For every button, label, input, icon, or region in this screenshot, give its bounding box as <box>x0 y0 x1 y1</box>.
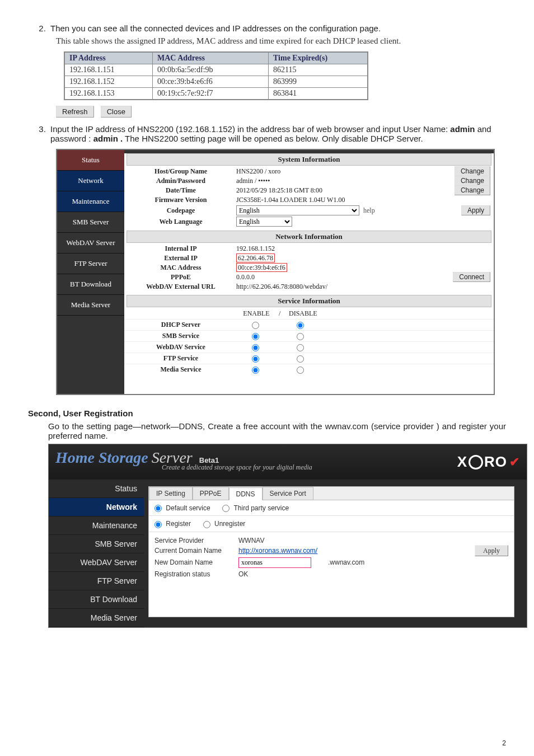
doc-step-2: Then you can see all the connected devic… <box>48 24 506 118</box>
table-row: 192.168.1.151 00:0b:6a:5e:df:9b 862115 <box>64 64 368 76</box>
codepage-select[interactable]: English <box>236 205 359 215</box>
sidebar-item-ftp[interactable]: FTP Server <box>57 253 124 274</box>
register-radio[interactable]: Register <box>154 520 191 528</box>
page-number: 2 <box>502 739 506 747</box>
apply-codepage-button[interactable]: Apply <box>461 205 490 215</box>
nav-status[interactable]: Status <box>49 480 144 498</box>
ddns-panel: IP Setting PPPoE DDNS Service Port Defau… <box>148 486 514 617</box>
value-service-provider: WWNAV <box>238 537 264 544</box>
nav-bt[interactable]: BT Download <box>49 590 144 609</box>
label-datetime: Date/Time <box>128 186 234 195</box>
nav-webdav[interactable]: WebDAV Server <box>49 553 144 572</box>
col-mac: MAC Address <box>153 52 269 64</box>
label-codepage: Codepage <box>128 206 234 215</box>
value-datetime: 2012/05/29 18:25:18 GMT 8:00 <box>234 186 446 195</box>
service-smb: SMB Service <box>124 330 494 341</box>
nav-media[interactable]: Media Server <box>49 609 144 627</box>
table-row: 192.168.1.152 00:ce:39:b4:e6:f6 863999 <box>64 76 368 88</box>
service-ftp: FTP Service <box>124 353 494 364</box>
new-domain-input[interactable] <box>238 557 311 568</box>
connect-button[interactable]: Connect <box>453 272 490 282</box>
step2-text: Then you can see all the connected devic… <box>50 24 506 33</box>
media-disable-radio[interactable] <box>297 367 304 374</box>
dhcp-lease-table: IP Address MAC Address Time Expired(s) 1… <box>64 51 368 100</box>
service-webdav: WebDAV Service <box>124 341 494 353</box>
webdav-enable-radio[interactable] <box>252 344 259 351</box>
sidebar: Status Network Maintenance SMB Server We… <box>57 150 124 316</box>
domain-suffix: .wwnav.com <box>328 558 364 566</box>
sidebar-item-smb[interactable]: SMB Server <box>57 212 124 233</box>
dhcp-disable-radio[interactable] <box>297 322 304 329</box>
xoro-logo: XRO✔ <box>457 453 520 471</box>
nav-network[interactable]: Network <box>49 498 144 516</box>
media-enable-radio[interactable] <box>252 367 259 374</box>
network-tabs: IP Setting PPPoE DDNS Service Port <box>149 487 514 500</box>
help-link[interactable]: help <box>363 206 375 214</box>
service-dhcp: DHCP Server <box>124 319 494 330</box>
tagline: Create a dedicated storage space for you… <box>162 463 312 472</box>
label-admin: Admin/Password <box>128 177 234 185</box>
label-current-domain: Current Domain Name <box>154 547 238 555</box>
sidebar-item-bt[interactable]: BT Download <box>57 274 124 295</box>
value-webdav-url: http://62.206.46.78:8080/webdav/ <box>234 283 446 291</box>
label-internal-ip: Internal IP <box>128 245 234 253</box>
close-button[interactable]: Close <box>101 106 132 118</box>
hns2200-screenshot: Status Network Maintenance SMB Server We… <box>56 149 495 395</box>
value-firmware: JCS358E-1.04a LOADER 1.04U W1.00 <box>234 196 446 204</box>
section-heading-registration: Second, User Registration <box>28 408 506 418</box>
doc-step-3: Input the IP address of HNS2200 (192.168… <box>48 124 506 395</box>
label-firmware: Firmware Version <box>128 196 234 204</box>
label-pppoe: PPPoE <box>128 273 234 281</box>
section-network-info: Network Information <box>127 231 491 243</box>
webdav-disable-radio[interactable] <box>297 344 304 351</box>
apply-ddns-button[interactable]: Apply <box>475 545 508 556</box>
label-new-domain: New Domain Name <box>154 558 238 566</box>
label-service-provider: Service Provider <box>154 537 238 544</box>
smb-enable-radio[interactable] <box>252 333 259 340</box>
lease-buttons: Refresh Close <box>56 106 506 118</box>
default-service-radio[interactable]: Default service <box>154 504 210 512</box>
nav-ftp[interactable]: FTP Server <box>49 572 144 590</box>
label-reg-status: Registration status <box>154 570 238 578</box>
tab-ddns[interactable]: DDNS <box>229 487 263 500</box>
step3-text: Input the IP address of HNS2200 (192.168… <box>50 124 506 143</box>
sidebar-item-media[interactable]: Media Server <box>57 295 124 316</box>
step2-subtext: This table shows the assigned IP address… <box>56 36 506 46</box>
nav-maintenance[interactable]: Maintenance <box>49 516 144 535</box>
change-datetime-button[interactable]: Change <box>455 185 490 195</box>
tab-service-port[interactable]: Service Port <box>263 487 313 500</box>
xoro-screenshot: Home Storage Server Beta1 Create a dedic… <box>48 444 527 628</box>
service-header: ENABLE / DISABLE <box>124 308 494 319</box>
change-admin-button[interactable]: Change <box>455 176 490 186</box>
sidebar-item-maintenance[interactable]: Maintenance <box>57 191 124 212</box>
current-domain-link[interactable]: http://xoronas.wwnav.com/ <box>238 547 317 555</box>
sidebar-item-network[interactable]: Network <box>57 171 124 191</box>
ftp-enable-radio[interactable] <box>252 355 259 363</box>
dhcp-enable-radio[interactable] <box>252 322 259 329</box>
value-external-ip: 62.206.46.78 <box>236 253 275 262</box>
change-host-button[interactable]: Change <box>455 166 490 176</box>
tab-pppoe[interactable]: PPPoE <box>193 487 229 500</box>
value-host: HNS2200 / xoro <box>234 167 446 176</box>
section-system-info: System Information <box>127 153 491 166</box>
label-mac: MAC Address <box>128 264 234 272</box>
ftp-disable-radio[interactable] <box>297 355 304 363</box>
label-external-ip: External IP <box>128 254 234 262</box>
third-party-service-radio[interactable]: Third party service <box>222 504 289 512</box>
unregister-radio[interactable]: Unregister <box>203 520 246 528</box>
nav-smb[interactable]: SMB Server <box>49 535 144 553</box>
smb-disable-radio[interactable] <box>297 333 304 340</box>
label-weblang: Web Language <box>128 218 234 226</box>
col-ip: IP Address <box>64 52 153 64</box>
service-media: Media Service <box>124 364 494 378</box>
weblang-select[interactable]: English <box>236 217 292 227</box>
sidebar-item-webdav[interactable]: WebDAV Server <box>57 233 124 253</box>
tab-ip-setting[interactable]: IP Setting <box>149 487 193 500</box>
value-mac: 00:ce:39:b4:e6:f6 <box>236 263 287 272</box>
col-expired: Time Expired(s) <box>269 52 368 64</box>
value-internal-ip: 192.168.1.152 <box>234 245 446 253</box>
section-service-info: Service Information <box>127 295 491 307</box>
label-webdav-url: WebDAV External URL <box>128 283 234 291</box>
refresh-button[interactable]: Refresh <box>56 106 94 118</box>
sidebar-item-status[interactable]: Status <box>57 150 124 171</box>
